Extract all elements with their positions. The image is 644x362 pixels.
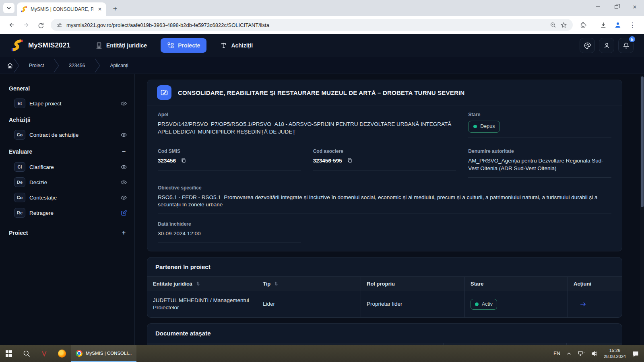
column-rol-propriu[interactable]: Rol propriu (361, 277, 464, 291)
eye-icon[interactable] (120, 132, 127, 138)
tab-search-button[interactable] (3, 3, 14, 13)
active-app-label: MySMIS | CONSOLI... (86, 351, 132, 356)
breadcrumb-proiect[interactable]: Proiect (29, 63, 44, 68)
window-close-button[interactable]: ✕ (625, 0, 644, 14)
copy-icon[interactable] (181, 158, 186, 165)
theme-palette-button[interactable] (580, 38, 595, 53)
nav-achizitii[interactable]: Achiziții (220, 42, 253, 49)
downloads-icon[interactable] (597, 18, 610, 32)
toolbar-divider (593, 21, 593, 29)
network-icon[interactable] (578, 350, 585, 357)
taskbar-pinned-app-v[interactable] (35, 345, 53, 362)
extensions-icon[interactable] (576, 18, 590, 32)
forward-button[interactable] (19, 18, 33, 32)
partner-table-row: JUDETUL MEHEDINTI / Managementul Proiect… (147, 291, 622, 317)
notifications-button[interactable]: 5 (618, 38, 634, 53)
browser-menu-icon[interactable]: ⋮ (625, 18, 639, 32)
back-arrow-icon (8, 21, 15, 29)
eye-icon[interactable] (120, 179, 127, 186)
site-settings-icon[interactable] (56, 22, 62, 28)
browser-toolbar: mysmis2021.gov.ro/proiect/aafe019b-3963-… (0, 16, 644, 34)
item-badge: Co (14, 130, 25, 140)
new-tab-button[interactable]: + (109, 3, 121, 14)
nav-proiecte[interactable]: Proiecte (161, 38, 206, 53)
field-denumire-autoritate: Denumire autoritate AM_PRSVO_Agenția pen… (468, 148, 611, 178)
column-label: Entitate juridică (153, 281, 192, 287)
account-button[interactable] (599, 38, 614, 53)
main-nav: Entități juridice Proiecte Achiziții (95, 38, 253, 53)
taskbar-chrome-active-app[interactable]: MySMIS | CONSOLI... (71, 345, 136, 362)
collapse-minus-icon[interactable]: − (122, 148, 127, 155)
profile-icon[interactable] (611, 18, 625, 32)
windows-logo-icon (6, 350, 12, 357)
window-minimize-button[interactable] (588, 0, 607, 14)
bookmark-star-icon[interactable] (560, 22, 567, 29)
sidebar-item-contestatie[interactable]: Co Contestație (14, 190, 127, 205)
address-bar[interactable]: mysmis2021.gov.ro/proiect/aafe019b-3963-… (51, 19, 573, 31)
chrome-icon (76, 350, 83, 357)
edit-icon[interactable] (120, 210, 127, 216)
column-entitate-juridica[interactable]: Entitate juridică (147, 277, 257, 291)
copy-icon[interactable] (347, 158, 353, 165)
sidebar-item-decizie[interactable]: De Decizie (14, 175, 127, 190)
browser-tab[interactable]: MySMIS | CONSOLIDARE, REAB ✕ (17, 2, 106, 16)
status-badge: Activ (471, 299, 497, 310)
nav-entitati-label: Entități juridice (106, 42, 147, 49)
sidebar-achizitii-items: Co Contract de achiziție (9, 127, 127, 142)
sidebar-general-items: Et Etape proiect (9, 96, 127, 111)
sidebar-item-contract-achizitie[interactable]: Co Contract de achiziție (14, 127, 127, 142)
expand-plus-icon[interactable]: + (122, 229, 127, 237)
windows-taskbar: MySMIS | CONSOLI... EN 15:26 28.08.2024 (0, 345, 644, 362)
eye-icon[interactable] (120, 164, 127, 171)
reload-button[interactable] (34, 18, 47, 32)
item-label: Contestație (29, 195, 116, 201)
taskbar-firefox-button[interactable] (53, 345, 71, 362)
firefox-icon (58, 350, 66, 358)
item-label: Etape proiect (29, 101, 116, 107)
tray-expand-chevron-icon[interactable] (566, 351, 572, 356)
taskbar-clock[interactable]: 15:26 28.08.2024 (604, 348, 626, 360)
taskbar-search-button[interactable] (18, 345, 35, 362)
eye-icon[interactable] (120, 194, 127, 201)
start-button[interactable] (0, 345, 18, 362)
sidebar-item-clarificare[interactable]: Cl Clarificare (14, 159, 127, 175)
partners-title: Parteneri în proiect (147, 257, 622, 276)
field-value: 30-09-2024 12:00 (158, 230, 301, 243)
sidebar-section-achizitii: Achiziții (9, 117, 127, 123)
sidebar-item-retragere[interactable]: Re Retragere (14, 205, 127, 220)
column-tip[interactable]: Tip (257, 277, 361, 291)
brand[interactable]: MySMIS2021 (10, 39, 70, 52)
zoom-icon[interactable] (550, 22, 556, 28)
breadcrumb-323456[interactable]: 323456 (69, 63, 85, 68)
main-content: CONSOLIDARE, REABILITARE ŞI RESTAURARE M… (135, 74, 644, 362)
eye-icon[interactable] (120, 100, 127, 107)
cell-rol: Proprietar lider (361, 291, 464, 317)
page-scrollbar-track[interactable] (640, 76, 644, 345)
breadcrumb-aplicanti[interactable]: Aplicanți (110, 63, 128, 68)
sidebar-item-etape-proiect[interactable]: Et Etape proiect (14, 96, 127, 111)
cell-entitate: JUDETUL MEHEDINTI / Managementul Proiect… (147, 291, 257, 317)
item-badge: Et (14, 99, 25, 108)
column-label: Tip (263, 281, 270, 287)
field-label: Cod asociere (313, 148, 456, 154)
status-dot-icon (475, 302, 479, 306)
nav-entitati-juridice[interactable]: Entități juridice (95, 42, 147, 49)
language-indicator[interactable]: EN (553, 351, 560, 356)
minimize-icon (596, 6, 600, 7)
breadcrumb-home[interactable] (6, 62, 14, 69)
breadcrumb-separator-icon (14, 58, 19, 73)
restore-icon (615, 5, 618, 9)
cod-asociere-link[interactable]: 323456-595 (313, 158, 342, 164)
volume-icon[interactable] (591, 350, 598, 357)
cod-smis-link[interactable]: 323456 (158, 158, 176, 164)
back-button[interactable] (5, 18, 19, 32)
page-scrollbar-thumb[interactable] (641, 76, 644, 207)
column-label: Acțiuni (574, 281, 591, 287)
building-icon (95, 42, 103, 49)
window-restore-button[interactable] (607, 0, 625, 14)
action-center-icon[interactable] (632, 350, 639, 357)
open-partner-arrow-icon[interactable] (574, 300, 587, 308)
item-label: Decizie (29, 179, 116, 185)
column-stare[interactable]: Stare (464, 277, 568, 291)
tab-close-icon[interactable]: ✕ (97, 6, 103, 12)
